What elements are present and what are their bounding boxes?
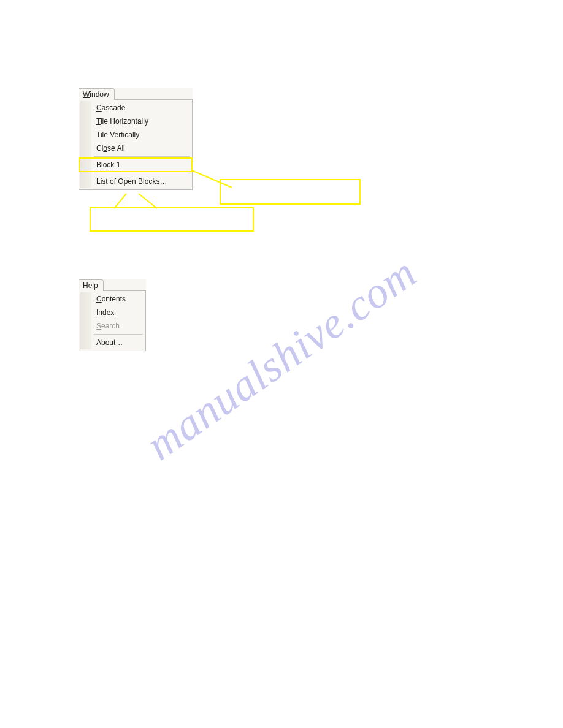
menu-item-tile-horizontally[interactable]: Tile Horizontally bbox=[79, 115, 192, 128]
menu-item-block-1[interactable]: Block 1 bbox=[79, 158, 192, 172]
menu-item-about[interactable]: About… bbox=[79, 336, 145, 349]
help-menu: Help Contents Index Search About… bbox=[79, 279, 146, 351]
help-menu-tab[interactable]: Help bbox=[79, 279, 104, 291]
menu-item-tile-vertically[interactable]: Tile Vertically bbox=[79, 128, 192, 142]
contents-rest: ontents bbox=[102, 295, 126, 303]
window-menu-dropdown: Cascade Tile Horizontally Tile Verticall… bbox=[79, 99, 193, 190]
tileh-rest: ile Horizontally bbox=[101, 117, 148, 126]
window-tab-underline: W bbox=[83, 90, 90, 99]
help-tab-underline: H bbox=[83, 281, 88, 290]
menu-separator bbox=[94, 173, 190, 173]
close-rest: se All bbox=[107, 144, 125, 153]
block1-text: Block 1 bbox=[96, 161, 120, 169]
about-rest: bout… bbox=[101, 338, 123, 347]
window-menu: Window Cascade Tile Horizontally Tile Ve… bbox=[79, 88, 193, 190]
search-ul: S bbox=[96, 322, 101, 330]
menu-item-list-open-blocks[interactable]: List of Open Blocks… bbox=[79, 175, 192, 188]
tilev-text: Tile Vertically bbox=[96, 131, 139, 139]
menu-separator bbox=[94, 156, 190, 157]
menu-item-cascade[interactable]: Cascade bbox=[79, 101, 192, 115]
window-tab-rest: indow bbox=[90, 90, 109, 99]
cascade-rest: ascade bbox=[102, 104, 126, 112]
window-menu-tab[interactable]: Window bbox=[79, 88, 115, 100]
menu-item-contents[interactable]: Contents bbox=[79, 292, 145, 306]
tileh-ul: T bbox=[96, 117, 101, 126]
callout-box-right bbox=[220, 179, 361, 205]
menu-separator bbox=[94, 334, 143, 335]
menu-item-index[interactable]: Index bbox=[79, 306, 145, 319]
callout-box-bottom bbox=[90, 207, 254, 232]
listopen-text: List of Open Blocks… bbox=[96, 177, 167, 186]
help-tab-rest: elp bbox=[88, 281, 98, 290]
search-rest: earch bbox=[101, 322, 120, 330]
menu-item-close-all[interactable]: Close All bbox=[79, 142, 192, 155]
watermark-text: manualshive.com bbox=[137, 247, 426, 470]
cascade-ul: C bbox=[96, 104, 102, 112]
menu-item-search: Search bbox=[79, 319, 145, 333]
contents-ul: C bbox=[96, 295, 102, 303]
help-menu-dropdown: Contents Index Search About… bbox=[79, 290, 146, 351]
index-rest: ndex bbox=[98, 308, 114, 317]
about-ul: A bbox=[96, 338, 101, 347]
close-pre: Cl bbox=[96, 144, 103, 153]
